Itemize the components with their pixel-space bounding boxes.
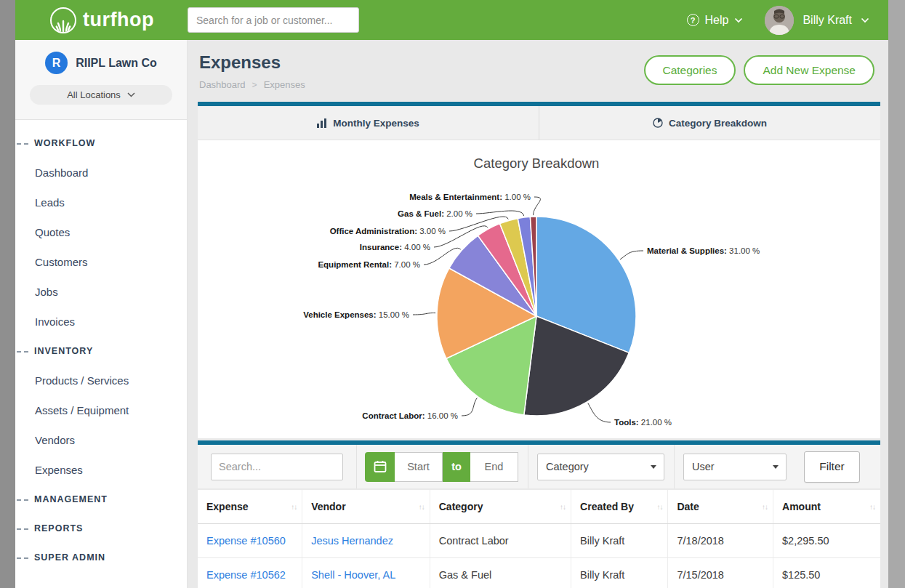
section-label: WORKFLOW — [34, 138, 95, 148]
user-menu[interactable]: Billy Kraft — [765, 6, 869, 35]
chart-title: Category Breakdown — [474, 156, 600, 171]
help-icon: ? — [687, 14, 699, 26]
sidebar-section-workflow[interactable]: WORKFLOW — [15, 129, 187, 158]
pie-label: Material & Supplies: 31.00 % — [647, 246, 760, 255]
sidebar-nav: WORKFLOW Dashboard Leads Quotes Customer… — [15, 120, 187, 581]
chevron-down-icon — [734, 17, 743, 23]
sidebar-section-management[interactable]: MANAGEMENT — [15, 485, 187, 514]
column-label: Created By — [580, 501, 634, 512]
sidebar-item-quotes[interactable]: Quotes — [15, 217, 187, 247]
category-select-value: Category — [546, 461, 589, 472]
help-menu[interactable]: ? Help — [687, 14, 744, 27]
chevron-down-icon — [861, 17, 869, 23]
column-header-date[interactable]: Date↑↓ — [668, 490, 773, 524]
vendor-link[interactable]: Shell - Hoover, AL — [311, 569, 395, 581]
sidebar-item-expenses[interactable]: Expenses — [15, 455, 187, 485]
sort-icon: ↑↓ — [762, 503, 768, 511]
column-header-category[interactable]: Category↑↓ — [430, 490, 571, 524]
filter-button[interactable]: Filter — [804, 451, 860, 483]
global-search-input[interactable] — [188, 7, 359, 33]
sidebar-item-dashboard[interactable]: Dashboard — [15, 158, 187, 188]
sidebar-item-vendors[interactable]: Vendors — [15, 425, 187, 455]
breadcrumb-separator-icon: > — [252, 80, 257, 90]
pie-chart-icon — [653, 118, 663, 128]
pie-leader-line — [476, 211, 524, 216]
section-dash-icon — [17, 143, 28, 145]
sidebar-item-jobs[interactable]: Jobs — [15, 277, 187, 307]
breadcrumb-dashboard[interactable]: Dashboard — [199, 79, 246, 90]
filter-divider — [528, 445, 528, 488]
sort-icon: ↑↓ — [560, 503, 566, 511]
created-by-cell: Billy Kraft — [571, 558, 668, 588]
section-label: INVENTORY — [34, 346, 93, 356]
avatar — [765, 6, 794, 35]
sidebar-item-customers[interactable]: Customers — [15, 247, 187, 277]
calendar-icon — [374, 460, 387, 473]
sidebar-section-super-admin[interactable]: SUPER ADMIN — [15, 543, 187, 572]
top-right-menu: ? Help Billy Kraft — [687, 6, 869, 35]
bar-chart-icon — [317, 118, 327, 128]
sidebar-item-assets-equipment[interactable]: Assets / Equipment — [15, 395, 187, 425]
section-label: MANAGEMENT — [34, 494, 108, 504]
column-header-created-by[interactable]: Created By↑↓ — [571, 490, 668, 524]
column-header-vendor[interactable]: Vendor↑↓ — [302, 490, 430, 524]
calendar-button[interactable] — [365, 452, 395, 482]
top-bar: turfhop ? Help — [15, 0, 888, 40]
expense-link[interactable]: Expense #10560 — [206, 535, 286, 547]
category-select[interactable]: Category — [537, 454, 664, 480]
date-cell: 7/18/2018 — [668, 524, 773, 558]
help-label: Help — [705, 14, 729, 27]
brand-name: turfhop — [83, 9, 154, 31]
date-end-input[interactable] — [470, 452, 518, 482]
sidebar-item-leads[interactable]: Leads — [15, 188, 187, 217]
sort-icon: ↑↓ — [869, 503, 875, 511]
user-select-value: User — [692, 461, 715, 472]
brand-logo[interactable]: turfhop — [50, 7, 154, 33]
amount-cell: $2,295.50 — [773, 524, 880, 558]
sidebar-item-products-services[interactable]: Products / Services — [15, 366, 187, 395]
table-search-input[interactable] — [211, 454, 343, 480]
column-header-amount[interactable]: Amount↑↓ — [773, 490, 880, 524]
sidebar-company-block: R RIIPL Lawn Co All Locations — [15, 40, 187, 120]
pie-leader-line — [620, 251, 643, 259]
date-start-input[interactable] — [395, 452, 443, 482]
window-letterbox-left — [0, 0, 15, 588]
pie-label: Tools: 21.00 % — [614, 418, 672, 427]
add-new-expense-button[interactable]: Add New Expense — [744, 55, 874, 85]
pie-chart-panel: Category Breakdown Material & Supplies: … — [198, 140, 880, 438]
section-dash-icon — [17, 351, 28, 353]
caret-down-icon — [773, 465, 779, 469]
date-range-group: to — [365, 452, 518, 482]
page-header: Expenses Dashboard > Expenses Categories… — [198, 40, 880, 102]
location-selector[interactable]: All Locations — [30, 85, 172, 105]
sort-icon: ↑↓ — [656, 503, 662, 511]
expense-link[interactable]: Expense #10562 — [206, 569, 286, 581]
breadcrumb-expenses: Expenses — [264, 79, 305, 90]
user-name: Billy Kraft — [803, 14, 852, 27]
pie-leader-line — [588, 403, 611, 422]
date-cell: 7/15/2018 — [668, 558, 773, 588]
vendor-link[interactable]: Jesus Hernandez — [311, 535, 393, 547]
grass-logo-icon — [50, 7, 76, 33]
chart-tabs: Monthly Expenses Category Breakdown — [198, 102, 880, 140]
sidebar-item-invoices[interactable]: Invoices — [15, 307, 187, 337]
app-window: turfhop ? Help — [15, 0, 888, 588]
tab-monthly-expenses[interactable]: Monthly Expenses — [198, 106, 539, 140]
pie-label: Vehicle Expenses: 15.00 % — [303, 310, 409, 319]
pie-chart: Category Breakdown Material & Supplies: … — [198, 140, 880, 438]
filter-divider — [356, 445, 357, 488]
column-label: Amount — [782, 501, 821, 512]
column-header-expense[interactable]: Expense↑↓ — [198, 490, 302, 524]
section-label: REPORTS — [34, 523, 83, 533]
tab-category-breakdown[interactable]: Category Breakdown — [539, 106, 880, 140]
pie-leader-line — [534, 197, 541, 215]
sidebar-section-reports[interactable]: REPORTS — [15, 514, 187, 543]
user-select[interactable]: User — [683, 454, 787, 480]
categories-button[interactable]: Categories — [644, 55, 736, 85]
sort-icon: ↑↓ — [291, 503, 297, 511]
table-row: Expense #10560 Jesus Hernandez Contract … — [198, 524, 880, 558]
pie-label: Meals & Entertainment: 1.00 % — [409, 193, 531, 201]
sort-icon: ↑↓ — [419, 503, 425, 511]
column-label: Date — [677, 501, 699, 512]
sidebar-section-inventory[interactable]: INVENTORY — [15, 337, 187, 366]
